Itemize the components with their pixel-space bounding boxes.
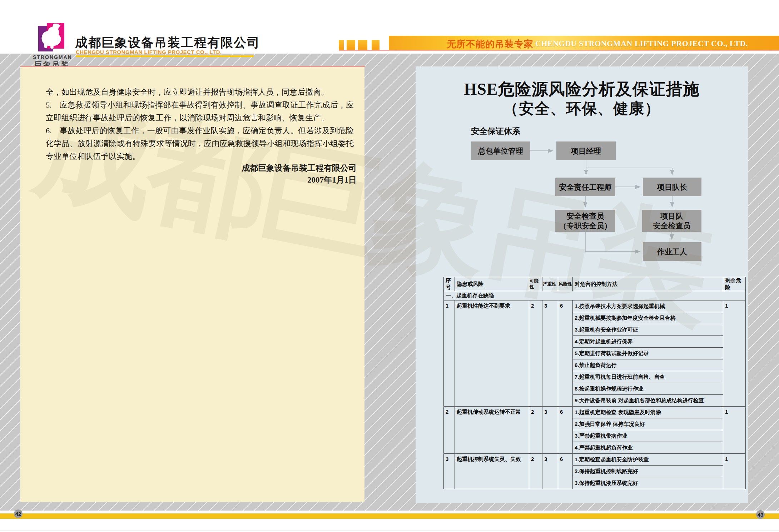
column-header: 隐患或风险: [455, 277, 529, 291]
footer-yellow-bar: [0, 513, 779, 519]
left-page: 全，如出现危及自身健康安全时，应立即避让并报告现场指挥人员，同意后撤离。5. 应…: [20, 67, 364, 502]
risk-no-cell: 2: [444, 407, 455, 454]
severity-cell: 3: [542, 407, 558, 454]
signature-block: 成都巨象设备吊装工程有限公司 2007年1月1日: [20, 162, 364, 186]
body-paragraph: 全，如出现危及自身健康安全时，应立即避让并报告现场指挥人员，同意后撤离。: [46, 86, 354, 99]
severity-cell: 3: [542, 300, 558, 407]
org-node-label: 项目队长: [657, 182, 687, 192]
control-method-cell: 4.严禁起重机超负荷作业: [573, 442, 723, 454]
section-row: 一、起重机存在缺陷: [444, 291, 746, 300]
org-node-label: 作业工人: [657, 247, 687, 257]
possibility-cell: 2: [529, 407, 542, 454]
possibility-cell: 2: [529, 300, 542, 407]
company-name-en: CHENGDU STRONGMAN LIFTING PROJECT CO., L…: [76, 49, 254, 57]
org-node-label: （专职安全员）: [559, 221, 612, 230]
column-header: 可能性: [529, 277, 542, 291]
residual-risk-cell: 1: [723, 407, 746, 454]
banner-block: [372, 40, 379, 50]
banner-block: [339, 40, 344, 50]
control-method-cell: 4.定期对起重机进行保养: [573, 336, 723, 348]
severity-cell: 3: [542, 454, 558, 489]
org-node-label: 安全责任工程师: [559, 182, 612, 192]
column-header: 序号: [444, 277, 455, 291]
banner-underline: [339, 50, 779, 51]
brochure-spread: 成都巨象设备吊装工程有限公司 CHENGDU STRONGMAN LIFTING…: [0, 0, 779, 532]
column-header: 剩余危险: [723, 277, 746, 291]
control-method-cell: 2.加强日常保养 保持车况良好: [573, 418, 723, 430]
banner-slogan-cn: 无所不能的吊装专家: [447, 38, 534, 50]
column-header: 对危害的控制方法: [573, 277, 723, 291]
org-node-label: 项目经理: [571, 146, 601, 156]
column-header: 严重性: [542, 277, 558, 291]
page-number-left: 42: [14, 509, 23, 518]
risk-table: 序号隐患或风险可能性严重性风险性对危害的控制方法剩余危险一、起重机存在缺陷1起重…: [443, 277, 746, 489]
control-method-cell: 3.严禁起重机带病作业: [573, 430, 723, 442]
org-node-label: 安全检查员: [653, 221, 691, 230]
banner-slogan-en: CHENGDU STRONGMAN LIFTING PROJECT CO., L…: [535, 39, 748, 48]
org-node-label: 项目队: [661, 211, 683, 221]
page-title-line1: HSE危险源风险分析及保证措施: [416, 79, 748, 99]
page-number-right: 43: [756, 510, 765, 519]
control-method-cell: 3.起重机有安全作业许可证: [573, 324, 723, 336]
control-method-cell: 7.起重机司机每日进行班前自检、自查: [573, 371, 723, 383]
control-method-cell: 1.起重机定期检查 发现隐患及时消除: [573, 407, 723, 418]
residual-risk-cell: 1: [723, 454, 746, 489]
risk-level-cell: 6: [558, 407, 573, 454]
control-method-cell: 3.保持起重机液压系统完好: [573, 477, 723, 489]
risk-name-cell: 起重机控制系统失灵、失效: [455, 454, 529, 489]
column-header: 风险性: [558, 277, 573, 291]
possibility-cell: 2: [529, 454, 542, 489]
risk-no-cell: 3: [444, 454, 455, 489]
org-node-workers: 作业工人: [643, 242, 701, 261]
risk-name-cell: 起重机传动系统运转不正常: [455, 407, 529, 454]
org-node-label: 总包单位管理: [478, 146, 523, 156]
elephant-icon: [39, 24, 64, 51]
org-node-safety-engineer: 安全责任工程师: [555, 178, 615, 196]
control-method-cell: 1.按照吊装技术方案要求选择起重机械: [573, 300, 723, 312]
control-method-cell: 5.定期进行荷载试验并做好记录: [573, 348, 723, 359]
page-title-line2: （安全、环保、健康）: [416, 99, 748, 118]
risk-level-cell: 6: [558, 454, 573, 489]
org-node-label: 安全检查员: [567, 211, 604, 221]
org-node-general-contractor: 总包单位管理: [471, 141, 530, 160]
control-method-cell: 8.按起重机操作规程进行作业: [573, 383, 723, 395]
risk-level-cell: 6: [558, 300, 573, 407]
control-method-cell: 6.禁止超负荷运行: [573, 359, 723, 371]
org-node-team-leader: 项目队长: [643, 178, 701, 196]
control-method-cell: 2.保持起重机控制线路完好: [573, 466, 723, 477]
org-node-project-manager: 项目经理: [556, 141, 616, 160]
org-chart-heading: 安全保证体系: [471, 126, 520, 137]
page-title: HSE危险源风险分析及保证措施 （安全、环保、健康）: [416, 79, 748, 118]
banner-block: [358, 40, 367, 50]
risk-name-cell: 起重机性能达不到要求: [455, 300, 529, 407]
control-method-cell: 1.定期检查起重机安全防护装置: [573, 454, 723, 466]
banner-block: [347, 40, 355, 50]
right-page: HSE危险源风险分析及保证措施 （安全、环保、健康） 安全保证体系: [416, 66, 748, 503]
risk-no-cell: 1: [444, 300, 455, 407]
residual-risk-cell: 1: [723, 300, 746, 407]
paragraphs: 全，如出现危及自身健康安全时，应立即避让并报告现场指挥人员，同意后撤离。5. 应…: [46, 86, 354, 163]
control-method-cell: 2.起重机械要按期参加年度安全检查且合格: [573, 312, 723, 324]
control-method-cell: 9.大件设备吊装前 对起重机各部位和总成结构进行检查: [573, 395, 723, 407]
org-node-team-inspector: 项目队 安全检查员: [642, 210, 701, 232]
signature-company: 成都巨象设备吊装工程有限公司: [20, 162, 357, 174]
signature-date: 2007年1月1日: [20, 174, 357, 186]
logo-text-strongman: STRONGMAN: [33, 54, 72, 60]
company-name-cn: 成都巨象设备吊装工程有限公司: [75, 34, 260, 51]
body-paragraph: 5. 应急救援领导小组和现场指挥部在事故得到有效控制、事故调查取证工作完成后，应…: [46, 99, 354, 124]
footer-bottom-line: [0, 531, 779, 531]
body-paragraph: 6. 事故处理后的恢复工作，一般可由事发作业队实施，应确定负责人。但若涉及到危险…: [46, 124, 354, 163]
org-node-safety-inspector: 安全检查员 （专职安全员）: [555, 210, 615, 232]
